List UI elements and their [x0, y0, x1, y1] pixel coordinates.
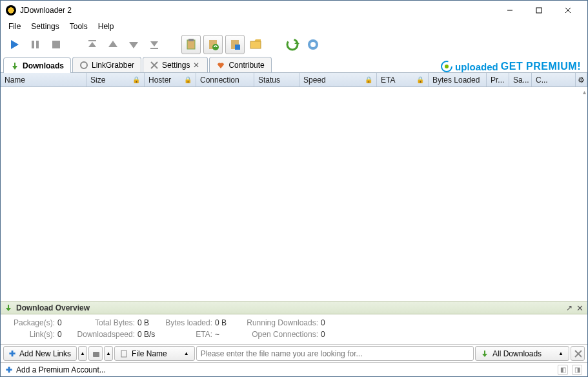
- search-input[interactable]: [201, 349, 469, 358]
- filter-field-button[interactable]: File Name ▲: [114, 346, 195, 361]
- expand-icon[interactable]: ↗: [566, 303, 573, 312]
- ov-connections-label: Open Connections:: [238, 330, 321, 339]
- window-title: JDownloader 2: [20, 6, 495, 15]
- overview-body: Package(s): 0 Total Bytes: 0 B Bytes loa…: [1, 314, 587, 344]
- app-icon: [6, 5, 16, 15]
- link-icon: [79, 61, 88, 70]
- download-icon: [481, 350, 489, 358]
- auto-reconnect-button[interactable]: [203, 35, 223, 54]
- ov-running-value: 0: [321, 318, 334, 327]
- col-status[interactable]: Status: [254, 73, 299, 87]
- tab-downloads[interactable]: Downloads: [3, 57, 71, 73]
- ov-speed-label: Downloadspeed:: [73, 330, 137, 339]
- svg-rect-15: [188, 39, 194, 41]
- close-button[interactable]: [553, 1, 582, 20]
- maximize-button[interactable]: [524, 1, 553, 20]
- move-up-button[interactable]: [104, 36, 122, 54]
- pause-button[interactable]: [26, 36, 45, 54]
- svg-marker-26: [12, 63, 17, 70]
- svg-rect-33: [93, 352, 99, 357]
- col-saveto[interactable]: Sa...: [509, 73, 532, 87]
- ov-speed-value: 0 B/s: [137, 330, 159, 339]
- stop-button[interactable]: [47, 36, 65, 54]
- col-size[interactable]: Size🔒: [86, 73, 145, 87]
- column-headers: Name Size🔒 Hoster🔒 Connection Status Spe…: [1, 73, 587, 87]
- move-down-button[interactable]: [125, 36, 143, 54]
- update-button[interactable]: [304, 36, 322, 54]
- svg-marker-35: [482, 351, 487, 357]
- menu-file[interactable]: File: [3, 21, 26, 32]
- tab-close-icon[interactable]: ✕: [193, 61, 201, 70]
- col-eta[interactable]: ETA🔒: [377, 73, 429, 87]
- menubar: File Settings Tools Help: [1, 20, 587, 33]
- svg-point-25: [310, 42, 316, 47]
- container-button[interactable]: [88, 346, 103, 361]
- add-new-links-button[interactable]: ✚ Add New Links: [3, 346, 77, 361]
- svg-point-17: [212, 44, 219, 50]
- col-connection[interactable]: Connection: [196, 73, 254, 87]
- toolbar: [1, 33, 587, 56]
- premium-toggle-button[interactable]: [225, 35, 245, 54]
- downloads-table-body[interactable]: ▴: [1, 87, 587, 301]
- col-bytesloaded[interactable]: Bytes Loaded: [429, 73, 487, 87]
- statusbar: ✚ Add a Premium Account... ◧ ◨: [1, 362, 587, 376]
- col-comment[interactable]: C...: [532, 73, 576, 87]
- ov-links-label: Link(s):: [7, 330, 57, 339]
- minimize-button[interactable]: [495, 1, 524, 20]
- overview-row: Package(s): 0 Total Bytes: 0 B Bytes loa…: [7, 317, 581, 329]
- status-icon-1[interactable]: ◧: [558, 365, 568, 375]
- tab-label: Contribute: [228, 61, 264, 70]
- ov-bytesloaded-label: Bytes loaded:: [159, 318, 215, 327]
- col-hoster[interactable]: Hoster🔒: [145, 73, 196, 87]
- svg-rect-7: [52, 41, 60, 48]
- ov-running-label: Running Downloads:: [238, 318, 321, 327]
- svg-marker-12: [150, 41, 158, 46]
- tab-contribute[interactable]: Contribute: [209, 57, 271, 72]
- container-dropdown[interactable]: ▲: [104, 346, 113, 361]
- ov-totalbytes-label: Total Bytes:: [73, 318, 137, 327]
- search-field[interactable]: [196, 346, 474, 361]
- ov-packages-value: 0: [57, 318, 73, 327]
- uploaded-logo-icon: [441, 61, 452, 72]
- tab-label: LinkGrabber: [92, 61, 134, 70]
- all-downloads-label: All Downloads: [492, 349, 542, 358]
- svg-point-27: [81, 62, 87, 68]
- svg-rect-14: [187, 40, 195, 49]
- lock-icon: 🔒: [132, 76, 140, 83]
- menu-help[interactable]: Help: [93, 21, 119, 32]
- status-icon-2[interactable]: ◨: [572, 365, 582, 375]
- clipboard-monitor-button[interactable]: [181, 35, 201, 54]
- svg-rect-8: [88, 40, 96, 41]
- all-downloads-button[interactable]: All Downloads ▲: [475, 346, 569, 361]
- svg-point-22: [287, 39, 298, 50]
- close-overview-icon[interactable]: ✕: [576, 303, 583, 313]
- tab-settings[interactable]: Settings ✕: [143, 57, 208, 72]
- reconnect-button[interactable]: [283, 36, 301, 54]
- col-priority[interactable]: Pr...: [487, 73, 509, 87]
- bottom-settings-button[interactable]: [571, 346, 585, 361]
- premium-banner[interactable]: uploaded GET PREMIUM!: [441, 61, 585, 72]
- add-links-dropdown[interactable]: ▲: [78, 346, 87, 361]
- menu-settings[interactable]: Settings: [26, 21, 64, 32]
- lock-icon: 🔒: [416, 76, 424, 83]
- open-folder-button[interactable]: [247, 36, 265, 54]
- svg-rect-19: [235, 45, 240, 50]
- ov-packages-label: Package(s):: [7, 318, 57, 327]
- plus-icon: ✚: [6, 365, 12, 374]
- scroll-up-icon[interactable]: ▴: [583, 88, 586, 96]
- tab-linkgrabber[interactable]: LinkGrabber: [72, 57, 141, 72]
- tabs-row: Downloads LinkGrabber Settings ✕ Contrib…: [1, 56, 587, 73]
- overview-title: Download Overview: [16, 303, 562, 312]
- play-button[interactable]: [6, 36, 24, 54]
- add-premium-link[interactable]: Add a Premium Account...: [16, 365, 106, 374]
- move-bottom-button[interactable]: [145, 36, 163, 54]
- col-speed[interactable]: Speed🔒: [299, 73, 377, 87]
- columns-config-button[interactable]: ⚙: [576, 73, 587, 87]
- overview-header: Download Overview ↗ ✕: [1, 301, 587, 314]
- move-top-button[interactable]: [83, 36, 101, 54]
- overview-row: Link(s): 0 Downloadspeed: 0 B/s ETA: ~ O…: [7, 329, 581, 340]
- lock-icon: 🔒: [365, 76, 372, 83]
- col-name[interactable]: Name: [1, 73, 86, 87]
- ov-links-value: 0: [57, 330, 73, 339]
- menu-tools[interactable]: Tools: [65, 21, 93, 32]
